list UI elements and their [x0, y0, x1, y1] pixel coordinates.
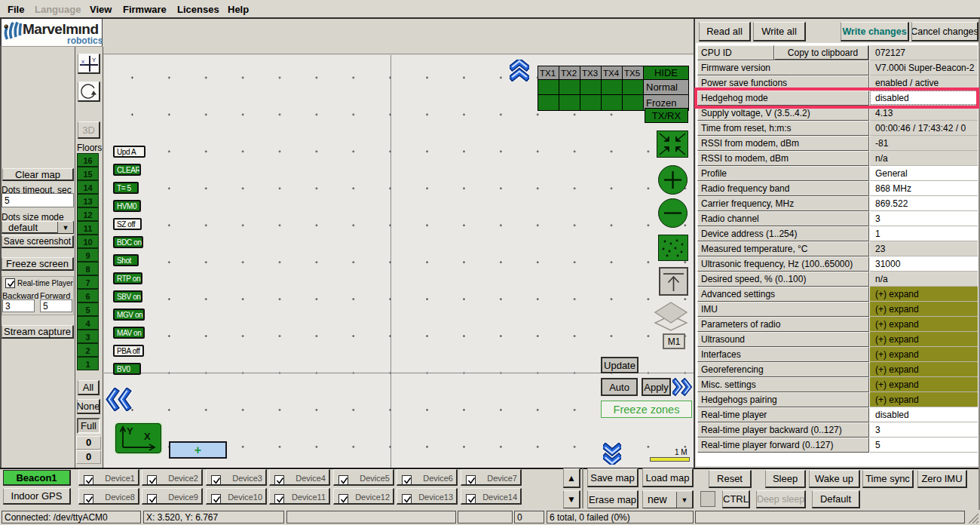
svg-text:x: x	[81, 58, 84, 65]
svg-text:Y: Y	[92, 57, 96, 63]
svg-text:X: X	[144, 431, 151, 442]
svg-text:Y: Y	[127, 425, 133, 437]
